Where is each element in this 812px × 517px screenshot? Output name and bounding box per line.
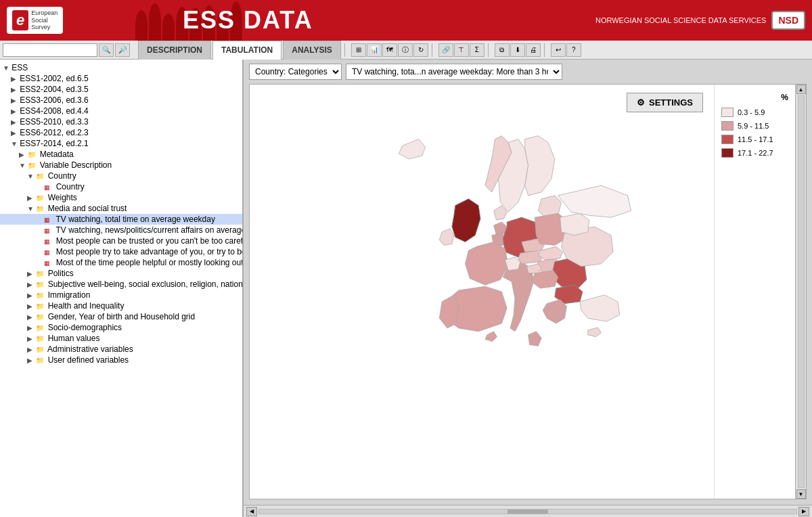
sidebar-item-label: Most of the time people helpful or mostl…: [56, 258, 244, 267]
bar-chart-icon-btn[interactable]: 📊: [367, 43, 382, 57]
country-france: [466, 242, 509, 286]
sidebar-item-label: ESS5-2010, ed.3.3: [20, 117, 88, 127]
gear-icon: ⚙: [637, 97, 645, 108]
sidebar-item-ess7[interactable]: ▼ ESS7-2014, ed.2.1: [0, 138, 242, 149]
sidebar-item-ess5[interactable]: ▶ ESS5-2010, ed.3.3: [0, 116, 242, 127]
sidebar-item-ess1[interactable]: ▶ ESS1-2002, ed.6.5: [0, 73, 242, 84]
sidebar-item-label: Weights: [48, 193, 77, 202]
sidebar-item-ess3[interactable]: ▶ ESS3-2006, ed.3.6: [0, 95, 242, 106]
sidebar-item-tv-total[interactable]: ▦ TV watching, total time on average wee…: [0, 214, 242, 225]
sidebar-item-helpful[interactable]: ▦ Most of the time people helpful or mos…: [0, 257, 242, 268]
sidebar-item-label: ESS7-2014, ed.2.1: [20, 139, 88, 148]
country-turkey: [580, 295, 620, 321]
sidebar-item-human-values[interactable]: ▶ 📁 Human values: [0, 333, 242, 344]
tab-tabulation[interactable]: TABULATION: [212, 41, 281, 60]
scroll-left-button[interactable]: ◀: [246, 507, 257, 516]
legend-item-2: 11.5 - 17.1: [721, 135, 788, 144]
print-icon-btn[interactable]: 🖨: [526, 43, 541, 57]
sidebar-item-label: TV watching, total time on average weekd…: [55, 215, 215, 224]
tab-analysis[interactable]: ANALYSIS: [283, 41, 341, 60]
h-scroll-thumb[interactable]: [508, 510, 548, 514]
logo: e European Social Survey: [7, 7, 63, 34]
help-icon-btn[interactable]: ?: [566, 43, 581, 57]
sigma-icon-btn[interactable]: Σ: [470, 43, 484, 57]
sidebar-item-label: Most people can be trusted or you can't …: [56, 236, 244, 246]
nsd-label: NORWEGIAN SOCIAL SCIENCE DATA SERVICES: [595, 16, 766, 24]
main-layout: ▼ ESS ▶ ESS1-2002, ed.6.5 ▶ ESS2-2004, e…: [0, 60, 812, 517]
sidebar-item-country-folder[interactable]: ▼ 📁 Country: [0, 171, 242, 181]
toolbar-icons-group: ⊞ 📊 🗺 ⓘ ↻: [351, 43, 428, 57]
sidebar-item-ess4[interactable]: ▶ ESS4-2008, ed.4.4: [0, 106, 242, 116]
sidebar-item-label: Gender, Year of birth and Household grid: [48, 312, 196, 321]
sidebar-item-label: ESS4-2008, ed.4.4: [20, 106, 88, 116]
scroll-up-button[interactable]: ▲: [796, 85, 806, 94]
filter-icon-btn[interactable]: ⊤: [454, 43, 469, 57]
sidebar-item-label: Media and social trust: [48, 204, 127, 213]
sidebar-item-label: Immigration: [48, 290, 91, 300]
scroll-track[interactable]: [798, 95, 805, 488]
sidebar-item-country-leaf[interactable]: ▦ Country: [0, 181, 242, 192]
settings-button[interactable]: ⚙ SETTINGS: [627, 93, 703, 112]
legend-label-0: 0.3 - 5.9: [738, 108, 765, 116]
app-title: ESS DATA: [183, 6, 313, 35]
sidebar-item-metadata[interactable]: ▶ 📁 Metadata: [0, 149, 242, 160]
sidebar-item-health[interactable]: ▶ 📁 Health and Inequality: [0, 300, 242, 311]
sidebar-item-subjective[interactable]: ▶ 📁 Subjective well-being, social exclus…: [0, 279, 242, 290]
toolbar-icons-group2: 🔗 ⊤ Σ: [438, 43, 484, 57]
link-icon-btn[interactable]: 🔗: [438, 43, 453, 57]
undo-icon-btn[interactable]: ↩: [551, 43, 566, 57]
sidebar-item-variable-desc[interactable]: ▼ 📁 Variable Description: [0, 160, 242, 171]
tab-description[interactable]: DESCRIPTION: [138, 41, 211, 60]
search-button[interactable]: 🔍: [99, 43, 114, 57]
logo-icon: e: [12, 10, 28, 30]
sidebar-item-label: Human values: [48, 334, 100, 343]
sidebar-item-socio[interactable]: ▶ 📁 Socio-demographics: [0, 322, 242, 333]
sidebar-root[interactable]: ▼ ESS: [0, 62, 242, 73]
search-input[interactable]: [3, 43, 97, 57]
table-icon-btn[interactable]: ⊞: [351, 43, 366, 57]
legend-label-1: 5.9 - 11.5: [738, 122, 769, 130]
toolbar-icons-group4: ↩ ?: [551, 43, 581, 57]
map-icon-btn[interactable]: 🗺: [382, 43, 397, 57]
legend-label-3: 17.1 - 22.7: [738, 149, 773, 157]
info-icon-btn[interactable]: ⓘ: [398, 43, 413, 57]
scroll-down-button[interactable]: ▼: [796, 489, 806, 499]
sidebar-item-immigration[interactable]: ▶ 📁 Immigration: [0, 290, 242, 300]
legend-title: %: [721, 93, 788, 102]
sidebar-item-label: Politics: [48, 269, 74, 278]
toolbar: 🔍 🔎 DESCRIPTION TABULATION ANALYSIS ⊞ 📊 …: [0, 41, 812, 60]
sidebar-item-media-trust[interactable]: ▼ 📁 Media and social trust: [0, 203, 242, 214]
search-advanced-button[interactable]: 🔎: [115, 43, 130, 57]
sidebar-item-trust[interactable]: ▦ Most people can be trusted or you can'…: [0, 235, 242, 246]
country-cyprus: [588, 328, 602, 337]
scroll-right-button[interactable]: ▶: [798, 507, 809, 516]
country-sicily: [528, 332, 542, 346]
country-uk: [452, 199, 480, 242]
horizontal-scrollbar: ◀ ▶: [244, 505, 812, 517]
sidebar-item-label: User defined variables: [48, 355, 129, 365]
h-scroll-track[interactable]: [258, 509, 797, 514]
nsd-badge: NSD: [771, 11, 805, 30]
sidebar-item-politics[interactable]: ▶ 📁 Politics: [0, 268, 242, 279]
country-ireland: [439, 229, 454, 246]
sidebar-item-admin[interactable]: ▶ 📁 Administrative variables: [0, 344, 242, 355]
sidebar-item-ess2[interactable]: ▶ ESS2-2004, ed.3.5: [0, 84, 242, 95]
sidebar-item-user-defined[interactable]: ▶ 📁 User defined variables: [0, 355, 242, 365]
map-area: ⚙ SETTINGS: [250, 85, 714, 499]
country-filter[interactable]: Country: Categories: [249, 64, 342, 80]
sidebar-item-advantage[interactable]: ▦ Most people try to take advantage of y…: [0, 246, 242, 257]
export-icon-btn[interactable]: ⬇: [510, 43, 525, 57]
legend-color-2: [721, 135, 734, 144]
logo-text: European Social Survey: [31, 9, 58, 31]
sidebar: ▼ ESS ▶ ESS1-2002, ed.6.5 ▶ ESS2-2004, e…: [0, 60, 244, 517]
nsd-area: NORWEGIAN SOCIAL SCIENCE DATA SERVICES N…: [595, 0, 805, 41]
sidebar-item-label: Most people try to take advantage of you…: [56, 247, 244, 256]
tv-filter[interactable]: TV watching, tota...n average weekday: M…: [346, 64, 562, 80]
copy-icon-btn[interactable]: ⧉: [495, 43, 510, 57]
sidebar-item-label: Country: [48, 171, 76, 181]
sidebar-item-tv-news[interactable]: ▦ TV watching, news/politics/current aff…: [0, 225, 242, 235]
sidebar-item-weights[interactable]: ▶ 📁 Weights: [0, 192, 242, 203]
sidebar-item-gender[interactable]: ▶ 📁 Gender, Year of birth and Household …: [0, 311, 242, 322]
sidebar-item-ess6[interactable]: ▶ ESS6-2012, ed.2.3: [0, 127, 242, 138]
refresh-icon-btn[interactable]: ↻: [413, 43, 428, 57]
